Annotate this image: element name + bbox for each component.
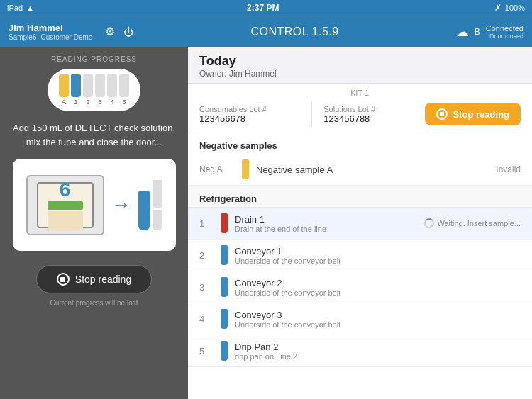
sample-desc-1: Underside of the conveyor belt <box>235 257 521 265</box>
sample-info-4: Drip Pan 2 drip pan on Line 2 <box>235 342 521 361</box>
right-header: Today Owner: Jim Hammel <box>188 47 532 84</box>
kit-label: KIT 1 <box>199 89 521 97</box>
time-label: 2:37 PM <box>247 3 279 13</box>
illustration-inner: 6 → <box>26 175 162 235</box>
sample-tube-icon-1 <box>221 245 228 265</box>
sample-tube-icon-3 <box>221 309 228 329</box>
cloud-icon[interactable]: ☁ <box>456 24 469 40</box>
neg-sample-tube-icon <box>242 159 249 179</box>
app-title: CONTROL 1.5.9 <box>250 26 338 38</box>
solutions-lot-label: Solutions Lot # <box>323 105 424 113</box>
sample-status-0: Waiting. Insert sample... <box>424 218 521 228</box>
tube-stack-blue <box>138 191 150 230</box>
progress-oval: A 1 2 3 4 <box>48 69 140 111</box>
spinner-icon-0 <box>424 218 434 228</box>
sample-desc-3: Underside of the conveyor belt <box>235 320 521 329</box>
main-layout: READING PROGRESS A 1 2 3 <box>0 47 532 399</box>
sample-info-3: Conveyor 3 Underside of the conveyor bel… <box>235 310 521 329</box>
stop-reading-label-left: Stop reading <box>75 274 131 285</box>
arrow-icon: → <box>111 193 131 216</box>
bluetooth-status-icon: ✗ <box>492 3 501 13</box>
left-panel: READING PROGRESS A 1 2 3 <box>0 47 188 399</box>
sample-name-3: Conveyor 3 <box>235 310 521 320</box>
progress-lost-label: Current progress will be lost <box>50 299 138 307</box>
sample-row: 5 Drip Pan 2 drip pan on Line 2 <box>188 335 532 367</box>
tube-5 <box>119 74 129 97</box>
microwave-window: 6 <box>37 182 94 228</box>
header-icons: ⚙ ⏻ <box>105 25 133 38</box>
gear-icon[interactable]: ⚙ <box>105 25 115 38</box>
illustration-box: 6 → <box>13 159 176 251</box>
connection-status: Connected Door closed <box>486 24 523 40</box>
stop-square-right <box>440 112 444 116</box>
neg-sample-name: Negative sample A <box>256 164 496 175</box>
neg-sample-label: Neg A <box>199 164 235 174</box>
stop-reading-button-left[interactable]: Stop reading <box>36 265 152 293</box>
sample-row: 1 Drain 1 Drain at the end of the line W… <box>188 208 532 240</box>
sample-desc-4: drip pan on Line 2 <box>235 352 521 361</box>
battery-label: 100% <box>505 4 525 12</box>
refrigeration-header: Refrigeration <box>188 186 532 208</box>
sample-info-0: Drain 1 Drain at the end of the line <box>235 214 424 233</box>
sample-num-4: 5 <box>199 346 214 356</box>
sample-num-1: 2 <box>199 250 214 261</box>
app-header: Jim Hammel Sample6- Customer Demo ⚙ ⏻ CO… <box>0 16 532 47</box>
reading-progress-label: READING PROGRESS <box>51 55 137 63</box>
right-title: Today <box>199 54 521 69</box>
header-right: ☁ B Connected Door closed <box>456 24 523 40</box>
sample-info-2: Conveyor 2 Underside of the conveyor bel… <box>235 278 521 297</box>
tube-a <box>59 74 69 97</box>
sample-num-2: 3 <box>199 282 214 293</box>
status-right: ✗ 100% <box>492 3 525 13</box>
stop-reading-label-right: Stop reading <box>453 109 509 120</box>
samples-section: Negative samples Neg A Negative sample A… <box>188 133 532 399</box>
kit-row: Consumables Lot # 123456678 Solutions Lo… <box>199 101 521 127</box>
neg-sample-row: Neg A Negative sample A Invalid <box>188 154 532 186</box>
demo-label: Sample6- Customer Demo <box>9 33 92 41</box>
instruction-text: Add 150 mL of DETECT check solution, mix… <box>9 121 179 149</box>
tube-3 <box>95 74 105 97</box>
microwave-beige-strip <box>48 211 83 231</box>
sample-desc-0: Drain at the end of the line <box>235 225 424 233</box>
solutions-lot-value: 123456788 <box>323 113 424 124</box>
tube-stack-gray1 <box>153 180 162 208</box>
door-status: Door closed <box>489 33 523 40</box>
sample-info-1: Conveyor 1 Underside of the conveyor bel… <box>235 246 521 265</box>
sample-rows: 1 Drain 1 Drain at the end of the line W… <box>188 208 532 367</box>
solutions-lot: Solutions Lot # 123456788 <box>323 105 424 124</box>
status-left: iPad ▲ <box>7 4 34 12</box>
microwave-green-strip <box>48 201 83 210</box>
sample-name-4: Drip Pan 2 <box>235 342 521 352</box>
ipad-label: iPad <box>7 4 23 12</box>
sample-num-3: 4 <box>199 314 214 325</box>
sample-name-2: Conveyor 2 <box>235 278 521 288</box>
neg-sample-status: Invalid <box>496 164 521 174</box>
stop-icon-right <box>436 108 448 120</box>
wifi-icon: ▲ <box>26 4 34 12</box>
consumables-lot-value: 123456678 <box>199 113 300 124</box>
tube-2 <box>83 74 93 97</box>
tube-stack-gray2 <box>153 210 162 230</box>
sample-name-0: Drain 1 <box>235 214 424 225</box>
stop-icon-left <box>57 273 70 286</box>
sample-row: 2 Conveyor 1 Underside of the conveyor b… <box>188 240 532 271</box>
sample-row: 4 Conveyor 3 Underside of the conveyor b… <box>188 303 532 335</box>
consumables-lot: Consumables Lot # 123456678 <box>199 105 300 124</box>
kit-divider <box>311 101 312 127</box>
power-icon[interactable]: ⏻ <box>123 26 133 38</box>
connected-label: Connected <box>486 24 523 33</box>
stop-reading-button-right[interactable]: Stop reading <box>425 103 521 125</box>
sample-tube-icon-0 <box>221 213 228 233</box>
sample-num-0: 1 <box>199 218 214 229</box>
tubes-stack <box>138 180 162 230</box>
negative-samples-header: Negative samples <box>188 133 532 154</box>
tube-container: A 1 2 3 4 <box>59 74 129 106</box>
sample-tube-icon-4 <box>221 341 228 361</box>
stop-square-left <box>60 277 65 282</box>
consumables-lot-label: Consumables Lot # <box>199 105 300 113</box>
username: Jim Hammel <box>9 23 92 33</box>
status-bar: iPad ▲ 2:37 PM ✗ 100% <box>0 0 532 16</box>
user-info: Jim Hammel Sample6- Customer Demo <box>9 23 92 41</box>
sample-desc-2: Underside of the conveyor belt <box>235 288 521 297</box>
tube-1 <box>71 74 81 97</box>
